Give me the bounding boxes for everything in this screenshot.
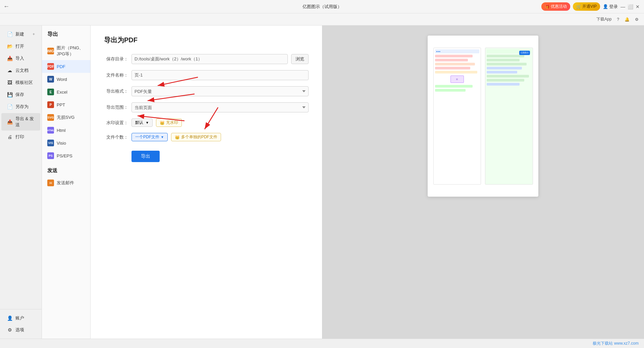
export-item-excel[interactable]: E Excel: [42, 86, 90, 98]
preview-inner: ■ ■ ■ 图: [428, 36, 538, 197]
send-item-email-label: 发送邮件: [57, 180, 74, 186]
format-label: 导出格式：: [104, 88, 128, 94]
range-select[interactable]: 当前页面 所有页面: [131, 102, 309, 112]
watermark-options: 默认 ▼ 👑 无水印: [131, 118, 182, 127]
sidebar-item-options[interactable]: ⚙ 选项: [1, 324, 40, 336]
form-panel: 导出为PDF 保存目录： 浏览 文件名称： 导出格式： PDF矢量 PDF光栅: [91, 26, 322, 339]
open-icon: 📂: [7, 43, 13, 49]
image-icon: IMG: [47, 48, 54, 54]
sidebar-item-saveas-label: 另存为: [15, 104, 29, 110]
minimize-button[interactable]: —: [621, 4, 625, 9]
save-icon: 💾: [7, 92, 13, 98]
export-item-word-label: Word: [57, 77, 67, 82]
export-btn-row: 导出: [104, 147, 309, 162]
form-title: 导出为PDF: [104, 36, 309, 45]
export-section-title: 导出: [42, 31, 90, 42]
watermark-none-label: 无水印: [166, 120, 178, 126]
ppt-icon: P: [47, 101, 54, 108]
export-panel: 导出 IMG 图片（PNG、JPG等） PDF PDF W Word E Exc…: [42, 26, 91, 339]
format-select[interactable]: PDF矢量 PDF光栅: [131, 86, 309, 96]
watermark-default-btn[interactable]: 默认 ▼: [131, 118, 153, 127]
export-item-ps[interactable]: PS PS/EPS: [42, 149, 90, 162]
sidebar-item-print[interactable]: 🖨 打印: [1, 131, 40, 143]
template-icon: 🖼: [7, 80, 13, 86]
login-label: 登录: [609, 4, 618, 10]
browse-button[interactable]: 浏览: [291, 54, 309, 64]
vip-label: 开通VIP: [582, 4, 597, 9]
promo-label: 优惠活动: [551, 4, 567, 9]
titlebar-right: 🎁 优惠活动 🛒 开通VIP 👤 登录 — ⬜ ✕: [541, 2, 640, 11]
range-row: 导出范围： 当前页面 所有页面: [104, 102, 309, 112]
word-icon: W: [47, 76, 54, 83]
export-item-image[interactable]: IMG 图片（PNG、JPG等）: [42, 42, 90, 60]
sidebar-item-account[interactable]: 👤 账户: [1, 312, 40, 324]
export-item-svg-label: 无损SVG: [57, 114, 74, 120]
settings-icon[interactable]: ⚙: [635, 17, 639, 22]
preview-box: ■ ■ ■ 图: [428, 36, 538, 197]
export-item-visio[interactable]: VIS Visio: [42, 137, 90, 149]
sidebar-item-cloud-label: 云文档: [15, 67, 29, 73]
send-item-email[interactable]: ✉ 发送邮件: [42, 177, 90, 189]
save-dir-input[interactable]: [131, 54, 288, 64]
back-button[interactable]: ←: [4, 4, 9, 9]
notification-icon[interactable]: 🔔: [625, 17, 630, 22]
export-item-html-label: Html: [57, 128, 66, 133]
import-icon: 📥: [7, 55, 13, 61]
crown-icon: 👑: [160, 120, 165, 125]
export-item-svg[interactable]: SVG 无损SVG: [42, 111, 90, 124]
export-item-ppt[interactable]: P PPT: [42, 98, 90, 111]
watermark-text: 极光下载站 www.xz7.com: [593, 341, 639, 346]
save-dir-row: 保存目录： 浏览: [104, 54, 309, 64]
restore-button[interactable]: ⬜: [628, 4, 633, 9]
export-icon: 📤: [7, 119, 13, 125]
file-count-row: 文件个数： 一个PDF文件 ▼ 👑 多个单独的PDF文件: [104, 133, 309, 141]
bottom-bar: 极光下载站 www.xz7.com: [0, 339, 644, 348]
titlebar: ← 亿图图示（试用版） 🎁 优惠活动 🛒 开通VIP 👤 登录 — ⬜ ✕: [0, 0, 644, 13]
vip-button[interactable]: 🛒 开通VIP: [573, 2, 600, 11]
account-icon: 👤: [7, 315, 13, 321]
topbar: 下载App ? 🔔 ⚙: [0, 13, 644, 26]
send-section-title: 发送: [42, 162, 90, 177]
download-app-link[interactable]: 下载App: [596, 16, 611, 22]
sidebar-item-saveas[interactable]: 📄 另存为: [1, 101, 40, 112]
file-count-multi-label: 多个单独的PDF文件: [181, 134, 217, 140]
email-icon: ✉: [47, 180, 54, 186]
sidebar-item-export[interactable]: 📤 导出 & 发送: [1, 113, 40, 131]
promo-icon: 🎁: [545, 4, 550, 9]
file-count-one-label: 一个PDF文件: [135, 134, 159, 140]
filename-label: 文件名称：: [104, 72, 128, 78]
sidebar-item-save[interactable]: 💾 保存: [1, 89, 40, 100]
export-item-html[interactable]: HTML Html: [42, 124, 90, 137]
main-layout: 📄 新建 + 📂 打开 📥 导入 ☁ 云文档 🖼 模板社区 💾 保存 📄 另存为: [0, 26, 644, 339]
close-button[interactable]: ✕: [635, 4, 640, 9]
sidebar-item-import[interactable]: 📥 导入: [1, 53, 40, 64]
login-button[interactable]: 👤 登录: [603, 4, 618, 10]
help-icon[interactable]: ?: [617, 17, 619, 22]
filename-row: 文件名称：: [104, 70, 309, 80]
sidebar-item-open[interactable]: 📂 打开: [1, 41, 40, 52]
watermark-none-btn[interactable]: 👑 无水印: [156, 118, 182, 127]
sidebar-item-print-label: 打印: [15, 134, 24, 140]
file-count-one-btn[interactable]: 一个PDF文件 ▼: [131, 133, 168, 141]
export-button[interactable]: 导出: [131, 151, 160, 162]
export-item-pdf[interactable]: PDF PDF: [42, 60, 90, 73]
export-item-word[interactable]: W Word: [42, 73, 90, 86]
sidebar-item-cloud[interactable]: ☁ 云文档: [1, 65, 40, 76]
watermark-chevron-icon: ▼: [146, 121, 149, 125]
export-item-ppt-label: PPT: [57, 102, 65, 107]
export-item-visio-label: Visio: [57, 141, 66, 146]
sidebar-item-new[interactable]: 📄 新建 +: [1, 29, 40, 40]
titlebar-left: ←: [4, 4, 9, 9]
user-icon: 👤: [603, 4, 608, 9]
print-icon: 🖨: [7, 134, 13, 140]
export-item-image-label: 图片（PNG、JPG等）: [57, 45, 85, 57]
watermark-default-label: 默认: [135, 120, 143, 126]
visio-icon: VIS: [47, 140, 54, 146]
sidebar-item-template-label: 模板社区: [15, 80, 33, 86]
promo-button[interactable]: 🎁 优惠活动: [541, 2, 570, 11]
sidebar-item-template[interactable]: 🖼 模板社区: [1, 77, 40, 88]
file-count-multi-btn[interactable]: 👑 多个单独的PDF文件: [171, 133, 221, 141]
filename-input[interactable]: [131, 70, 309, 80]
diagram-left-panel: ■ ■ ■ 图: [433, 48, 481, 185]
content-area: 导出为PDF 保存目录： 浏览 文件名称： 导出格式： PDF矢量 PDF光栅: [91, 26, 644, 339]
